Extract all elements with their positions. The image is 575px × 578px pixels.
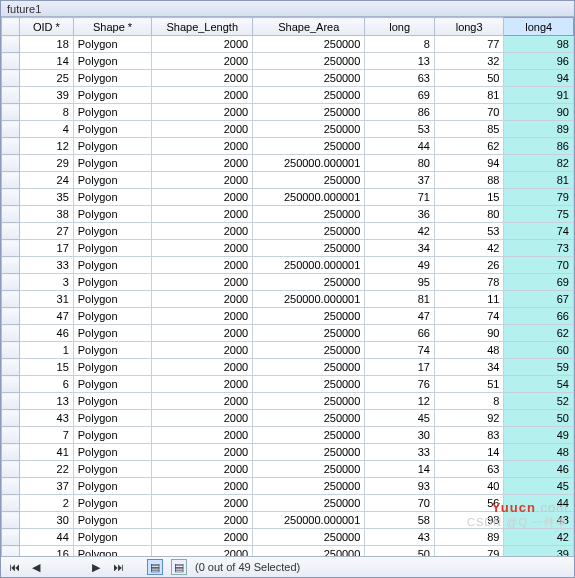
- show-all-records-button[interactable]: ▤: [147, 559, 163, 575]
- cell-shape_length[interactable]: 2000: [152, 257, 253, 274]
- cell-oid[interactable]: 12: [19, 138, 73, 155]
- cell-shape_area[interactable]: 250000: [253, 308, 365, 325]
- cell-shape_area[interactable]: 250000: [253, 240, 365, 257]
- cell-long4[interactable]: 49: [504, 427, 574, 444]
- cell-long3[interactable]: 94: [434, 155, 504, 172]
- cell-shape_length[interactable]: 2000: [152, 512, 253, 529]
- cell-oid[interactable]: 6: [19, 376, 73, 393]
- cell-oid[interactable]: 38: [19, 206, 73, 223]
- cell-shape[interactable]: Polygon: [73, 36, 152, 53]
- table-row[interactable]: 29Polygon2000250000.000001809482: [2, 155, 574, 172]
- cell-shape_area[interactable]: 250000: [253, 325, 365, 342]
- cell-shape_length[interactable]: 2000: [152, 342, 253, 359]
- cell-long3[interactable]: 11: [434, 291, 504, 308]
- cell-long3[interactable]: 15: [434, 189, 504, 206]
- cell-oid[interactable]: 47: [19, 308, 73, 325]
- cell-shape[interactable]: Polygon: [73, 444, 152, 461]
- last-record-button[interactable]: ⏭: [111, 560, 125, 574]
- row-selector[interactable]: [2, 87, 20, 104]
- table-row[interactable]: 41Polygon2000250000331448: [2, 444, 574, 461]
- cell-shape_length[interactable]: 2000: [152, 461, 253, 478]
- cell-shape_length[interactable]: 2000: [152, 444, 253, 461]
- cell-oid[interactable]: 18: [19, 36, 73, 53]
- cell-long3[interactable]: 79: [434, 546, 504, 557]
- cell-shape[interactable]: Polygon: [73, 478, 152, 495]
- cell-long4[interactable]: 70: [504, 257, 574, 274]
- show-selected-records-button[interactable]: ▤: [171, 559, 187, 575]
- cell-oid[interactable]: 39: [19, 87, 73, 104]
- cell-long[interactable]: 44: [365, 138, 435, 155]
- cell-long3[interactable]: 14: [434, 444, 504, 461]
- cell-long3[interactable]: 80: [434, 206, 504, 223]
- cell-long[interactable]: 36: [365, 206, 435, 223]
- cell-long4[interactable]: 50: [504, 410, 574, 427]
- table-row[interactable]: 33Polygon2000250000.000001492670: [2, 257, 574, 274]
- cell-long[interactable]: 76: [365, 376, 435, 393]
- cell-long[interactable]: 12: [365, 393, 435, 410]
- cell-shape[interactable]: Polygon: [73, 274, 152, 291]
- cell-shape_length[interactable]: 2000: [152, 359, 253, 376]
- cell-shape_length[interactable]: 2000: [152, 529, 253, 546]
- cell-long4[interactable]: 69: [504, 274, 574, 291]
- cell-long4[interactable]: 89: [504, 121, 574, 138]
- row-selector[interactable]: [2, 223, 20, 240]
- next-record-button[interactable]: ▶: [89, 560, 103, 574]
- cell-long[interactable]: 17: [365, 359, 435, 376]
- row-selector[interactable]: [2, 189, 20, 206]
- cell-long4[interactable]: 62: [504, 325, 574, 342]
- cell-shape[interactable]: Polygon: [73, 138, 152, 155]
- cell-shape_length[interactable]: 2000: [152, 155, 253, 172]
- table-row[interactable]: 7Polygon2000250000308349: [2, 427, 574, 444]
- cell-long[interactable]: 70: [365, 495, 435, 512]
- cell-shape_length[interactable]: 2000: [152, 70, 253, 87]
- cell-long[interactable]: 71: [365, 189, 435, 206]
- row-selector[interactable]: [2, 461, 20, 478]
- cell-shape[interactable]: Polygon: [73, 291, 152, 308]
- cell-shape_area[interactable]: 250000.000001: [253, 257, 365, 274]
- cell-long3[interactable]: 63: [434, 461, 504, 478]
- cell-long4[interactable]: 91: [504, 87, 574, 104]
- cell-shape[interactable]: Polygon: [73, 325, 152, 342]
- cell-long[interactable]: 58: [365, 512, 435, 529]
- cell-oid[interactable]: 43: [19, 410, 73, 427]
- cell-long[interactable]: 86: [365, 104, 435, 121]
- cell-long[interactable]: 13: [365, 53, 435, 70]
- row-selector[interactable]: [2, 393, 20, 410]
- cell-shape[interactable]: Polygon: [73, 53, 152, 70]
- cell-shape_length[interactable]: 2000: [152, 223, 253, 240]
- cell-long[interactable]: 43: [365, 529, 435, 546]
- cell-long3[interactable]: 70: [434, 104, 504, 121]
- table-row[interactable]: 31Polygon2000250000.000001811167: [2, 291, 574, 308]
- cell-shape_length[interactable]: 2000: [152, 87, 253, 104]
- cell-long[interactable]: 81: [365, 291, 435, 308]
- table-row[interactable]: 16Polygon2000250000507939: [2, 546, 574, 557]
- cell-shape_length[interactable]: 2000: [152, 121, 253, 138]
- row-header-corner[interactable]: [2, 18, 20, 36]
- cell-oid[interactable]: 1: [19, 342, 73, 359]
- table-row[interactable]: 27Polygon2000250000425374: [2, 223, 574, 240]
- cell-oid[interactable]: 29: [19, 155, 73, 172]
- row-selector[interactable]: [2, 240, 20, 257]
- cell-long4[interactable]: 94: [504, 70, 574, 87]
- cell-long3[interactable]: 51: [434, 376, 504, 393]
- column-header-long3[interactable]: long3: [434, 18, 504, 36]
- cell-shape_length[interactable]: 2000: [152, 291, 253, 308]
- cell-long[interactable]: 14: [365, 461, 435, 478]
- cell-long4[interactable]: 45: [504, 478, 574, 495]
- cell-long4[interactable]: 82: [504, 155, 574, 172]
- table-row[interactable]: 12Polygon2000250000446286: [2, 138, 574, 155]
- cell-long4[interactable]: 73: [504, 240, 574, 257]
- cell-long4[interactable]: 90: [504, 104, 574, 121]
- cell-oid[interactable]: 46: [19, 325, 73, 342]
- cell-shape_area[interactable]: 250000: [253, 206, 365, 223]
- cell-long[interactable]: 45: [365, 410, 435, 427]
- cell-long4[interactable]: 60: [504, 342, 574, 359]
- cell-shape_length[interactable]: 2000: [152, 308, 253, 325]
- cell-long[interactable]: 74: [365, 342, 435, 359]
- cell-shape[interactable]: Polygon: [73, 529, 152, 546]
- cell-long[interactable]: 42: [365, 223, 435, 240]
- row-selector[interactable]: [2, 325, 20, 342]
- cell-oid[interactable]: 27: [19, 223, 73, 240]
- cell-shape_area[interactable]: 250000: [253, 104, 365, 121]
- cell-long[interactable]: 66: [365, 325, 435, 342]
